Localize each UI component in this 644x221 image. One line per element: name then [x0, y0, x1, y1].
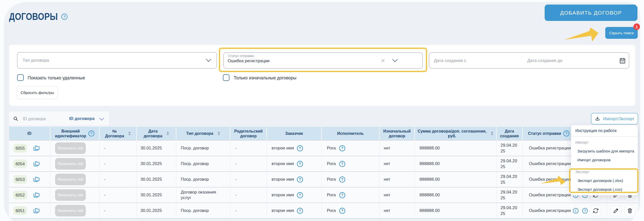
svg-text:?: ?: [341, 209, 343, 213]
svg-text:?: ?: [341, 162, 343, 166]
svg-text:?: ?: [584, 209, 586, 213]
svg-text:?: ?: [341, 177, 343, 181]
svg-text:?: ?: [90, 132, 93, 136]
svg-text:?: ?: [63, 14, 65, 19]
svg-text:?: ?: [299, 209, 301, 213]
svg-text:?: ?: [299, 146, 301, 150]
svg-text:?: ?: [299, 162, 301, 166]
svg-text:?: ?: [299, 193, 301, 197]
svg-text:?: ?: [341, 193, 343, 197]
svg-text:?: ?: [299, 177, 301, 181]
svg-text:?: ?: [565, 132, 568, 136]
svg-text:?: ?: [341, 146, 343, 150]
